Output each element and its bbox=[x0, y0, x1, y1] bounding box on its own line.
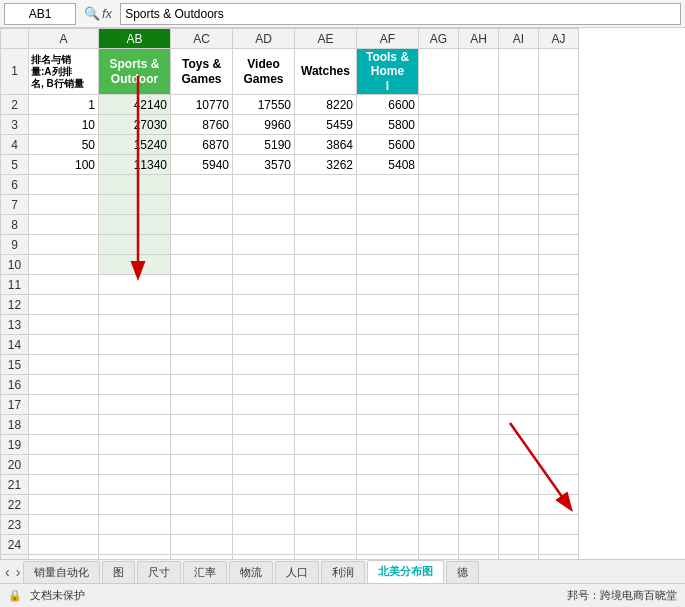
tab-exchange[interactable]: 汇率 bbox=[183, 561, 227, 583]
col-header-AG[interactable]: AG bbox=[419, 29, 459, 49]
col-header-AF[interactable]: AF bbox=[357, 29, 419, 49]
col-header-A[interactable]: A bbox=[29, 29, 99, 49]
tab-population[interactable]: 人口 bbox=[275, 561, 319, 583]
table-row: 18 bbox=[1, 415, 579, 435]
col-header-AJ[interactable]: AJ bbox=[539, 29, 579, 49]
tab-na-distribution[interactable]: 北美分布图 bbox=[367, 560, 444, 583]
col-header-AC[interactable]: AC bbox=[171, 29, 233, 49]
col-header-AB[interactable]: AB bbox=[99, 29, 171, 49]
table-row: 23 bbox=[1, 515, 579, 535]
table-row: 17 bbox=[1, 395, 579, 415]
lock-icon: 🔒 bbox=[8, 589, 22, 602]
tab-nav-next[interactable]: › bbox=[13, 564, 24, 580]
header-cell-AG bbox=[419, 49, 459, 95]
table-row: 8 bbox=[1, 215, 579, 235]
fx-label: fx bbox=[102, 6, 112, 21]
header-cell-AH bbox=[459, 49, 499, 95]
corner-cell bbox=[1, 29, 29, 49]
table-row: 24 bbox=[1, 535, 579, 555]
table-row: 3 10 27030 8760 9960 5459 5800 bbox=[1, 115, 579, 135]
table-row: 5 100 11340 5940 3570 3262 5408 bbox=[1, 155, 579, 175]
header-cell-AD: VideoGames bbox=[233, 49, 295, 95]
formula-input[interactable] bbox=[120, 3, 681, 25]
col-header-AD[interactable]: AD bbox=[233, 29, 295, 49]
table-row: 20 bbox=[1, 455, 579, 475]
tab-sales-automation[interactable]: 销量自动化 bbox=[23, 561, 100, 583]
table-row: 10 bbox=[1, 255, 579, 275]
header-cell-AC: Toys &Games bbox=[171, 49, 233, 95]
table-row: 7 bbox=[1, 195, 579, 215]
tab-de[interactable]: 德 bbox=[446, 561, 479, 583]
grid-table: A AB AC AD AE AF AG AH AI AJ 1 排名与销量:A列排… bbox=[0, 28, 579, 563]
table-row: 22 bbox=[1, 495, 579, 515]
header-cell-AJ bbox=[539, 49, 579, 95]
table-row: 2 1 42140 10770 17550 8220 6600 bbox=[1, 95, 579, 115]
header-cell-AI bbox=[499, 49, 539, 95]
spreadsheet: A AB AC AD AE AF AG AH AI AJ 1 排名与销量:A列排… bbox=[0, 28, 685, 563]
brand-text: 邦号：跨境电商百晓堂 bbox=[567, 588, 677, 603]
formula-bar: 🔍 fx bbox=[0, 0, 685, 28]
name-box[interactable] bbox=[4, 3, 76, 25]
header-cell-AE: Watches bbox=[295, 49, 357, 95]
table-row: 16 bbox=[1, 375, 579, 395]
col-header-AH[interactable]: AH bbox=[459, 29, 499, 49]
column-header-row: A AB AC AD AE AF AG AH AI AJ bbox=[1, 29, 579, 49]
header-cell-AB[interactable]: Sports &Outdoor bbox=[99, 49, 171, 95]
table-row: 14 bbox=[1, 335, 579, 355]
search-icon: 🔍 bbox=[84, 6, 100, 21]
header-cell-AF: Tools &HomeI bbox=[357, 49, 419, 95]
table-row: 6 bbox=[1, 175, 579, 195]
table-row: 15 bbox=[1, 355, 579, 375]
col-header-AI[interactable]: AI bbox=[499, 29, 539, 49]
status-bar: 🔒 文档未保护 邦号：跨境电商百晓堂 bbox=[0, 583, 685, 607]
data-header-row: 1 排名与销量:A列排名, B行销量 Sports &Outdoor Toys … bbox=[1, 49, 579, 95]
table-row: 9 bbox=[1, 235, 579, 255]
lock-status-text: 文档未保护 bbox=[30, 588, 85, 603]
tab-nav-prev[interactable]: ‹ bbox=[2, 564, 13, 580]
tab-chart[interactable]: 图 bbox=[102, 561, 135, 583]
table-row: 19 bbox=[1, 435, 579, 455]
col-header-AE[interactable]: AE bbox=[295, 29, 357, 49]
tab-profit[interactable]: 利润 bbox=[321, 561, 365, 583]
table-row: 13 bbox=[1, 315, 579, 335]
table-row: 4 50 15240 6870 5190 3864 5600 bbox=[1, 135, 579, 155]
table-row: 11 bbox=[1, 275, 579, 295]
tab-logistics[interactable]: 物流 bbox=[229, 561, 273, 583]
tab-size[interactable]: 尺寸 bbox=[137, 561, 181, 583]
table-row: 21 bbox=[1, 475, 579, 495]
table-row: 12 bbox=[1, 295, 579, 315]
row-num-1: 1 bbox=[1, 49, 29, 95]
header-cell-A: 排名与销量:A列排名, B行销量 bbox=[29, 49, 99, 95]
tabs-bar: ‹ › 销量自动化 图 尺寸 汇率 物流 人口 利润 北美分布图 德 bbox=[0, 559, 685, 583]
